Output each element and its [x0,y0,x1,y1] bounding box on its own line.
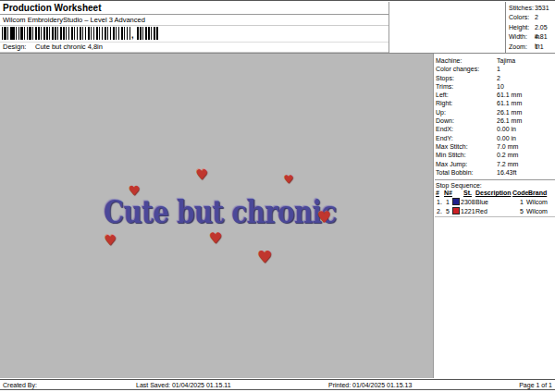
summary-row: Width: 4.81 in [506,32,554,42]
machine-info-row: Min Stitch:0.2 mm [435,151,555,159]
col-header-num: # [436,190,439,196]
heart-motif: ♥ [129,184,141,197]
machine-info-row: Total Bobbin:16.43ft [435,168,555,177]
heart-motif: ♥ [195,168,207,182]
stop-sequence-row: 1. 1 2308 Blue 1 Wilcom [435,198,555,206]
info-value: 1 [497,65,500,73]
stop-num: 2. [437,207,442,215]
machine-info-row: EndX:0.00 in [435,125,555,133]
stop-sequence-bottom-divider [435,216,555,217]
summary-label: Colors: [509,13,529,22]
heart-motif: ♥ [316,210,330,226]
summary-value: 3531 [535,4,549,13]
heart-motif: ♥ [104,234,116,248]
page-footer: Created By: Last Saved: 01/04/2025 01.15… [0,379,555,390]
info-value: 16.43ft [497,168,516,177]
col-header-brand: Brand [528,190,547,196]
thread-color-swatch [452,207,460,214]
col-header-code: Code [512,190,529,196]
stop-n: 1 [446,198,450,206]
thread-color-swatch [452,198,460,205]
info-value: 2 [497,74,500,82]
summary-row: Zoom: 1:1 [506,43,554,52]
info-label: Max Jump: [436,160,467,168]
machine-info-row: Stops:2 [435,74,555,82]
app-version-subtitle: Wilcom EmbroideryStudio – Level 3 Advanc… [0,15,388,26]
thread-number: 2308 [461,198,475,206]
design-barcode [2,27,130,40]
stop-num: 1. [437,198,442,206]
page-number: Page 1 of 1 [519,382,552,388]
stop-sequence-title: Stop Sequence: [435,180,555,190]
design-name-row: Design: Cute but chronic 4,8in [0,43,388,53]
design-label: Design: [3,43,26,52]
created-by-label: Created By: [3,382,37,388]
info-value: 0.00 in [497,125,516,133]
info-value: Tajima [497,56,515,65]
col-header-n: N# [444,190,452,196]
info-label: Machine: [436,56,462,65]
stop-sequence-header: # N# St. Description Code Brand [435,190,555,198]
machine-info-row: Down:26.1 mm [435,116,555,125]
info-value: 10 [497,82,504,91]
info-label: Min Stitch: [436,151,466,159]
summary-box: Stitches: 3531 Colors: 2 Height: 2.05 in… [505,2,554,54]
machine-info-row: Right:61.1 mm [435,99,555,107]
summary-label: Zoom: [509,43,527,52]
barcode-row: , [0,26,388,43]
machine-info-row: Color changes:1 [435,65,555,73]
thread-desc: Blue [475,198,488,206]
info-value: 0.00 in [497,134,516,142]
page-title: Production Worksheet [0,2,388,15]
thread-desc: Red [475,207,487,215]
info-label: Up: [436,108,446,116]
summary-value: 2 [535,13,538,22]
thread-number: 1221 [461,207,475,215]
info-value: 61.1 mm [497,99,522,107]
thread-code: 1 [509,198,524,206]
design-canvas: Cute but chronic ♥♥♥♥♥♥♥ [0,54,434,378]
machine-info-panel: Machine:Tajima Color changes:1 Stops:2 T… [435,54,555,378]
design-text: Cute but chronic [104,194,337,230]
info-value: 26.1 mm [497,108,522,116]
info-label: Right: [436,99,452,107]
summary-value: 1:1 [535,43,544,52]
stop-n: 5 [446,207,450,215]
machine-info-row: Machine:Tajima [435,56,555,65]
heart-motif: ♥ [284,174,294,185]
info-label: Left: [436,91,449,99]
machine-info-row: Up:26.1 mm [435,108,555,116]
summary-row: Colors: 2 [506,13,554,22]
info-label: Total Bobbin: [436,168,473,177]
header-block: Production Worksheet Wilcom EmbroiderySt… [0,2,389,53]
info-value: 0.2 mm [497,151,518,159]
info-label: Trims: [436,82,453,91]
info-value: 7.2 mm [497,160,518,168]
stop-sequence-row: 2. 5 1221 Red 5 Wilcom [435,207,555,215]
info-label: Stops: [436,74,454,82]
info-label: Max Stitch: [436,142,468,151]
heart-motif: ♥ [209,231,222,246]
heart-motif: ♥ [257,249,272,265]
thread-brand: Wilcom [526,198,548,206]
col-header-st: St. [463,190,472,196]
info-label: Color changes: [436,65,479,73]
machine-info-row: Max Stitch:7.0 mm [435,142,555,151]
info-value: 7.0 mm [497,142,518,151]
machine-info-row: Trims:10 [435,82,555,91]
summary-row: Height: 2.05 in [506,23,554,32]
summary-label: Stitches: [509,4,534,13]
machine-info-row: Left:61.1 mm [435,91,555,99]
machine-info-row: EndY:0.00 in [435,134,555,142]
info-value: 61.1 mm [497,91,522,99]
machine-info-list: Machine:Tajima Color changes:1 Stops:2 T… [435,54,555,177]
col-header-desc: Description [475,190,512,196]
info-label: EndX: [436,125,453,133]
design-value: Cute but chronic 4,8in [35,43,103,52]
thread-brand: Wilcom [526,207,548,215]
machine-info-row: Max Jump:7.2 mm [435,160,555,168]
summary-label: Width: [509,32,527,42]
summary-label: Height: [509,23,529,32]
design-barcode-tail [137,27,159,40]
production-worksheet-page: Production Worksheet Wilcom EmbroiderySt… [0,0,555,392]
